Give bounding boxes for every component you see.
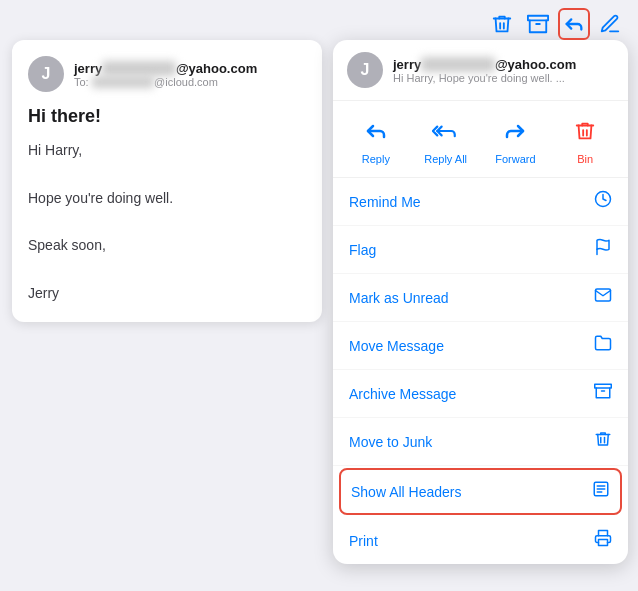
sender-name: jerry████████@yahoo.com	[74, 61, 257, 76]
bin-label: Bin	[577, 153, 593, 165]
remind-me-label: Remind Me	[349, 194, 421, 210]
forward-label: Forward	[495, 153, 535, 165]
mark-unread-label: Mark as Unread	[349, 290, 449, 306]
email-body: Hi Harry, Hope you're doing well. Speak …	[28, 139, 306, 306]
svg-rect-0	[528, 16, 548, 21]
forward-action-button[interactable]: Forward	[487, 113, 543, 165]
flag-icon	[594, 238, 612, 261]
mark-unread-item[interactable]: Mark as Unread	[333, 274, 628, 322]
move-message-label: Move Message	[349, 338, 444, 354]
toolbar	[474, 0, 638, 48]
remind-me-item[interactable]: Remind Me	[333, 178, 628, 226]
reply-all-label: Reply All	[424, 153, 467, 165]
svg-rect-12	[599, 540, 608, 546]
sender-info: jerry████████@yahoo.com To: ████████@icl…	[74, 61, 257, 88]
popup-sender-info: jerry████████@yahoo.com Hi Harry, Hope y…	[393, 57, 576, 84]
move-message-icon	[594, 334, 612, 357]
popup-avatar: J	[347, 52, 383, 88]
print-item[interactable]: Print	[333, 517, 628, 564]
reply-all-icon	[428, 113, 464, 149]
svg-rect-4	[595, 384, 612, 388]
flag-label: Flag	[349, 242, 376, 258]
archive-toolbar-button[interactable]	[522, 8, 554, 40]
remind-me-icon	[594, 190, 612, 213]
reply-toolbar-button[interactable]	[558, 8, 590, 40]
show-all-headers-icon	[592, 480, 610, 503]
email-subject: Hi there!	[28, 106, 306, 127]
move-message-item[interactable]: Move Message	[333, 322, 628, 370]
show-all-headers-item[interactable]: Show All Headers	[339, 468, 622, 515]
archive-message-label: Archive Message	[349, 386, 456, 402]
move-to-junk-icon	[594, 430, 612, 453]
email-card: J jerry████████@yahoo.com To: ████████@i…	[12, 40, 322, 322]
print-label: Print	[349, 533, 378, 549]
reply-action-button[interactable]: Reply	[348, 113, 404, 165]
popup-preview: Hi Harry, Hope you're doing well. ...	[393, 72, 576, 84]
bin-icon	[567, 113, 603, 149]
show-all-headers-label: Show All Headers	[351, 484, 462, 500]
reply-label: Reply	[362, 153, 390, 165]
email-header: J jerry████████@yahoo.com To: ████████@i…	[28, 56, 306, 92]
archive-message-icon	[594, 382, 612, 405]
action-row: Reply Reply All Forward	[333, 101, 628, 178]
popup-panel: J jerry████████@yahoo.com Hi Harry, Hope…	[333, 40, 628, 564]
popup-sender-name: jerry████████@yahoo.com	[393, 57, 576, 72]
reply-icon	[358, 113, 394, 149]
move-to-junk-item[interactable]: Move to Junk	[333, 418, 628, 466]
compose-toolbar-button[interactable]	[594, 8, 626, 40]
archive-message-item[interactable]: Archive Message	[333, 370, 628, 418]
trash-toolbar-button[interactable]	[486, 8, 518, 40]
sender-to: To: ████████@icloud.com	[74, 76, 257, 88]
popup-header: J jerry████████@yahoo.com Hi Harry, Hope…	[333, 40, 628, 101]
mark-unread-icon	[594, 286, 612, 309]
reply-all-action-button[interactable]: Reply All	[418, 113, 474, 165]
bin-action-button[interactable]: Bin	[557, 113, 613, 165]
flag-item[interactable]: Flag	[333, 226, 628, 274]
avatar: J	[28, 56, 64, 92]
menu-list: Remind Me Flag Mark as Unread	[333, 178, 628, 564]
forward-icon	[497, 113, 533, 149]
move-to-junk-label: Move to Junk	[349, 434, 432, 450]
print-icon	[594, 529, 612, 552]
